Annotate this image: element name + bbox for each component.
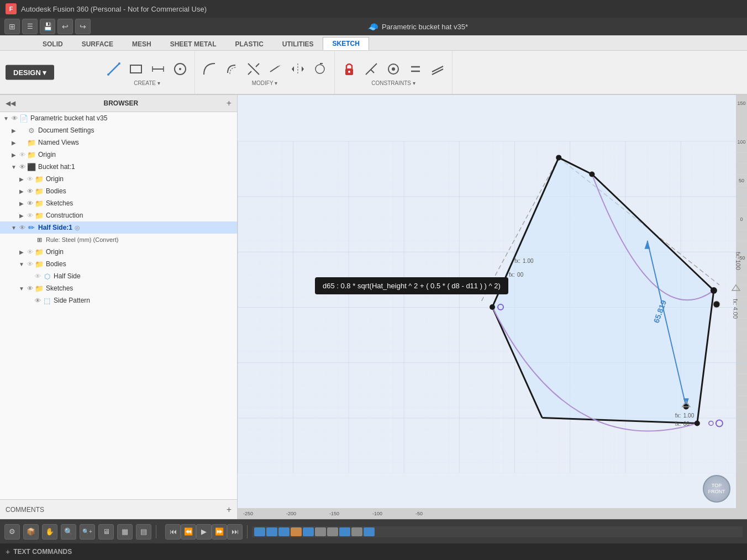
timeline-item-7[interactable] xyxy=(327,527,338,536)
equal-tool[interactable] xyxy=(406,59,425,79)
tree-eye-half-side-body[interactable]: 👁 xyxy=(33,272,42,281)
tree-arrow-sketches-hs[interactable]: ▼ xyxy=(18,284,25,292)
browser-add-button[interactable]: + xyxy=(227,98,232,108)
text-commands-icon[interactable]: + xyxy=(6,547,10,556)
timeline-item-1[interactable] xyxy=(254,527,265,536)
tree-arrow-origin-hs[interactable]: ▶ xyxy=(18,248,25,256)
tree-eye-bodies-hs[interactable]: 👁 xyxy=(25,260,34,268)
tree-eye-origin-bh[interactable]: 👁 xyxy=(25,175,34,183)
tree-eye-origin-hs[interactable]: 👁 xyxy=(25,247,34,256)
tree-item-bodies-bh[interactable]: ▶ 👁 📁 Bodies xyxy=(0,185,237,197)
lock-tool[interactable] xyxy=(339,59,359,79)
grid-toggle-icon[interactable]: ▦ xyxy=(117,524,133,540)
tab-solid[interactable]: SOLID xyxy=(33,38,72,50)
mirror-tool[interactable] xyxy=(288,59,308,79)
trim-tool[interactable] xyxy=(244,59,264,79)
navigation-cube[interactable]: TOPFRONT xyxy=(703,475,730,503)
display-settings-icon[interactable]: 🖥 xyxy=(98,524,114,540)
tree-arrow-doc-settings[interactable]: ▶ xyxy=(10,126,18,134)
settings-icon[interactable]: ⚙ xyxy=(4,524,20,540)
tab-sketch[interactable]: SKETCH xyxy=(323,37,369,50)
tree-item-rule[interactable]: ▶ 👁 ⊞ Rule: Steel (mm) (Convert) xyxy=(0,234,237,246)
tree-arrow-named-views[interactable]: ▶ xyxy=(10,139,18,146)
tree-eye-half-side[interactable]: 👁 xyxy=(18,223,27,232)
tree-item-side-pattern[interactable]: ▶ 👁 ⬚ Side Pattern xyxy=(0,294,237,307)
extend-tool[interactable] xyxy=(266,59,286,79)
tab-utilities[interactable]: UTILITIES xyxy=(273,38,323,50)
timeline-track[interactable] xyxy=(252,526,743,537)
tree-item-half-side-body[interactable]: ▶ 👁 ⬡ Half Side xyxy=(0,270,237,282)
browser-collapse[interactable]: ◀◀ xyxy=(6,99,15,107)
tree-item-doc-settings[interactable]: ▶ 👁 ⚙ Document Settings xyxy=(0,124,237,136)
save-button[interactable]: 💾 xyxy=(40,19,55,34)
tree-arrow-sketches-bh[interactable]: ▶ xyxy=(18,199,25,207)
tree-item-origin-top[interactable]: ▶ 👁 📁 Origin xyxy=(0,149,237,161)
tree-item-half-side[interactable]: ▼ 👁 ✏ Half Side:1 ◎ xyxy=(0,221,237,234)
design-button[interactable]: DESIGN ▾ xyxy=(6,65,54,80)
tree-arrow-construction-bh[interactable]: ▶ xyxy=(18,212,25,219)
tree-eye-sketches-hs[interactable]: 👁 xyxy=(25,284,34,293)
fillet-tool[interactable] xyxy=(199,59,219,79)
rectangle-tool[interactable] xyxy=(126,59,146,79)
view-cube-icon[interactable]: ▤ xyxy=(136,524,151,540)
timeline-end[interactable]: ⏭ xyxy=(227,524,243,540)
timeline-item-6[interactable] xyxy=(315,527,326,536)
zoom-icon[interactable]: 🔍 xyxy=(61,524,76,540)
line-tool[interactable] xyxy=(104,59,124,79)
timeline-item-10[interactable] xyxy=(364,527,375,536)
offset-tool[interactable] xyxy=(222,59,241,79)
circle-tool[interactable] xyxy=(170,59,190,79)
timeline-prev[interactable]: ⏪ xyxy=(181,524,196,540)
tree-arrow-origin-bh[interactable]: ▶ xyxy=(18,175,25,183)
dimension-tool[interactable] xyxy=(148,59,168,79)
tree-arrow-bucket-hat[interactable]: ▼ xyxy=(10,163,18,171)
tab-surface[interactable]: SURFACE xyxy=(72,38,123,50)
tree-item-sketches-bh[interactable]: ▶ 👁 📁 Sketches xyxy=(0,197,237,209)
tree-eye-origin-top[interactable]: 👁 xyxy=(18,150,27,159)
tree-eye-bucket-hat[interactable]: 👁 xyxy=(18,162,27,171)
zoom-fit-icon[interactable]: 🔍+ xyxy=(80,524,95,540)
pan-icon[interactable]: ✋ xyxy=(42,524,57,540)
canvas-area[interactable]: 150 100 50 0 -50 -250 -200 -150 -100 -50 xyxy=(238,95,747,519)
timeline-next[interactable]: ⏩ xyxy=(212,524,227,540)
redo-button[interactable]: ↪ xyxy=(75,19,91,34)
coincident-tool[interactable] xyxy=(383,59,403,79)
tree-item-origin-hs[interactable]: ▶ 👁 📁 Origin xyxy=(0,246,237,258)
timeline-start[interactable]: ⏮ xyxy=(165,524,181,540)
tab-mesh[interactable]: MESH xyxy=(123,38,161,50)
package-icon[interactable]: 📦 xyxy=(23,524,39,540)
grid-button[interactable]: ⊞ xyxy=(4,19,20,34)
timeline-item-5[interactable] xyxy=(303,527,314,536)
parallel-tool[interactable] xyxy=(428,59,448,79)
tree-arrow-bodies-bh[interactable]: ▶ xyxy=(18,187,25,195)
tree-item-construction-bh[interactable]: ▶ 👁 📁 Construction xyxy=(0,209,237,221)
tree-item-origin-bh[interactable]: ▶ 👁 📁 Origin xyxy=(0,173,237,185)
tree-eye-root[interactable]: 👁 xyxy=(10,114,19,123)
timeline-item-3[interactable] xyxy=(278,527,290,536)
tree-eye-side-pattern[interactable]: 👁 xyxy=(33,296,42,305)
tree-arrow-origin-top[interactable]: ▶ xyxy=(10,151,18,159)
timeline-play[interactable]: ▶ xyxy=(196,524,212,540)
perpendicular-tool[interactable] xyxy=(361,59,381,79)
circular-pattern-tool[interactable] xyxy=(310,59,330,79)
timeline-item-8[interactable] xyxy=(339,527,350,536)
tree-item-bodies-hs[interactable]: ▼ 👁 📁 Bodies xyxy=(0,258,237,270)
tree-eye-construction-bh[interactable]: 👁 xyxy=(25,211,34,220)
tree-item-sketches-hs[interactable]: ▼ 👁 📁 Sketches xyxy=(0,282,237,294)
tab-sheet-metal[interactable]: SHEET METAL xyxy=(161,38,226,50)
undo-button[interactable]: ↩ xyxy=(57,19,73,34)
comments-add-icon[interactable]: + xyxy=(227,505,232,515)
tree-arrow-half-side[interactable]: ▼ xyxy=(10,224,18,231)
tree-item-root[interactable]: ▼ 👁 📄 Parametric bucket hat v35 xyxy=(0,112,237,124)
tree-arrow-bodies-hs[interactable]: ▼ xyxy=(18,260,25,268)
tree-item-named-views[interactable]: ▶ 👁 📁 Named Views xyxy=(0,136,237,149)
menu-button[interactable]: ☰ xyxy=(22,19,38,34)
tree-item-bucket-hat[interactable]: ▼ 👁 ⬛ Bucket hat:1 xyxy=(0,161,237,173)
timeline-item-9[interactable] xyxy=(351,527,362,536)
timeline-item-2[interactable] xyxy=(266,527,277,536)
tree-eye-bodies-bh[interactable]: 👁 xyxy=(25,187,34,196)
tree-eye-sketches-bh[interactable]: 👁 xyxy=(25,199,34,208)
tree-arrow-root[interactable]: ▼ xyxy=(2,114,10,122)
timeline-item-4[interactable] xyxy=(291,527,302,536)
tab-plastic[interactable]: PLASTIC xyxy=(225,38,272,50)
